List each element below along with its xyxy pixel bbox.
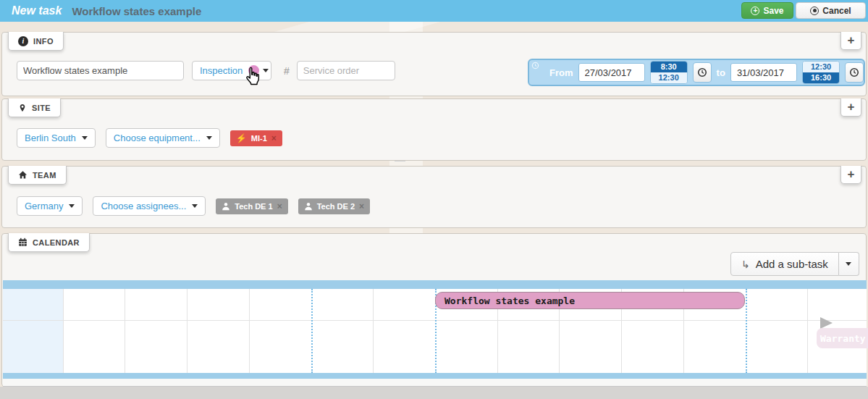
- subtask-arrow-icon: ↳: [741, 259, 750, 270]
- category-dropdown[interactable]: Inspection: [192, 61, 271, 80]
- person-icon: [304, 202, 313, 211]
- chevron-down-icon: [192, 204, 198, 208]
- info-icon: i: [18, 36, 28, 46]
- page-type-label: New task: [12, 4, 62, 17]
- lightning-icon: ⚡: [236, 133, 247, 143]
- remove-assignee-icon[interactable]: ×: [277, 201, 282, 211]
- from-time-end[interactable]: 12:30: [651, 72, 687, 83]
- from-time-selector: 8:30 12:30: [650, 61, 688, 84]
- grid-line: [63, 289, 64, 373]
- from-date-input[interactable]: [578, 63, 645, 82]
- assignee-tag[interactable]: Tech DE 1 ×: [216, 198, 287, 214]
- remove-equipment-icon[interactable]: ×: [271, 133, 277, 143]
- chevron-down-icon: [82, 136, 88, 140]
- person-icon: [222, 202, 230, 211]
- category-color-dot: [248, 65, 259, 76]
- to-label: to: [717, 67, 725, 78]
- add-subtask-button[interactable]: ↳ Add a sub-task: [730, 252, 839, 276]
- assignee-tag-label: Tech DE 1: [235, 202, 272, 211]
- non-working-day-column: [3, 289, 63, 373]
- from-time-start[interactable]: 8:30: [651, 62, 687, 72]
- cancel-label: Cancel: [822, 6, 851, 16]
- team-section: TEAM + Germany Choose assignees... Tech …: [1, 166, 867, 228]
- assignees-dropdown-label: Choose assignees...: [101, 201, 186, 211]
- clock-icon: [531, 62, 539, 70]
- equipment-tag[interactable]: ⚡ MI-1 ×: [230, 130, 282, 146]
- cancel-button[interactable]: Cancel: [796, 2, 866, 19]
- calendar-tab: CALENDAR: [8, 233, 90, 252]
- remove-assignee-icon[interactable]: ×: [359, 201, 364, 211]
- task-name-input[interactable]: [17, 61, 184, 80]
- info-tab: i INFO: [8, 32, 64, 51]
- team-tab-label: TEAM: [33, 171, 56, 180]
- site-tab-label: SITE: [32, 104, 51, 112]
- calendar-footer-strip: [3, 379, 867, 387]
- save-button[interactable]: Save: [741, 2, 793, 19]
- task-boundary-line: [746, 289, 747, 373]
- site-section: SITE + Berlin South Choose equipment... …: [1, 98, 867, 161]
- chevron-down-icon: [263, 69, 269, 72]
- from-label: From: [549, 67, 573, 78]
- info-section: i INFO + Inspection # From 8:30: [1, 32, 867, 96]
- site-add-button[interactable]: +: [840, 98, 861, 117]
- home-icon: [18, 170, 28, 180]
- number-prefix: #: [284, 65, 290, 77]
- chevron-down-icon: [69, 204, 75, 208]
- grid-line: [249, 289, 250, 373]
- assignee-tag-label: Tech DE 2: [317, 202, 355, 211]
- to-time-end[interactable]: 16:30: [803, 72, 839, 83]
- add-subtask-label: Add a sub-task: [756, 258, 828, 270]
- task-boundary-line: [311, 289, 313, 373]
- grid-line: [807, 289, 808, 373]
- calendar-bottom-bar: [3, 373, 867, 379]
- calendar-section: CALENDAR ↳ Add a sub-task Workflow state…: [1, 233, 867, 387]
- save-plus-icon: [751, 7, 759, 15]
- site-dropdown[interactable]: Berlin South: [17, 128, 96, 148]
- grid-line: [187, 289, 187, 373]
- header-bar: New task Workflow states example Save Ca…: [0, 0, 868, 22]
- add-subtask-caret-button[interactable]: [839, 252, 859, 276]
- site-tab: SITE: [8, 98, 61, 117]
- chevron-down-icon: [206, 136, 212, 140]
- to-time-picker-button[interactable]: [845, 62, 864, 83]
- cancel-icon: [810, 7, 819, 15]
- team-add-button[interactable]: +: [840, 166, 861, 184]
- warranty-marker-icon: [820, 317, 833, 329]
- calendar-top-bar: [3, 280, 867, 289]
- page-footer: [0, 387, 868, 399]
- warranty-label: Warranty: [817, 328, 868, 348]
- add-subtask-split-button[interactable]: ↳ Add a sub-task: [730, 252, 859, 276]
- to-time-start[interactable]: 12:30: [803, 62, 839, 72]
- equipment-dropdown[interactable]: Choose equipment...: [106, 128, 220, 148]
- calendar-tab-label: CALENDAR: [33, 238, 80, 247]
- team-dropdown[interactable]: Germany: [17, 196, 83, 216]
- calendar-icon: [18, 238, 28, 247]
- schedule-widget: From 8:30 12:30 to 12:30 16:30: [528, 59, 865, 86]
- site-row: Berlin South Choose equipment... ⚡ MI-1 …: [17, 128, 282, 148]
- new-task-page: New task Workflow states example Save Ca…: [0, 0, 868, 399]
- assignees-dropdown[interactable]: Choose assignees...: [93, 196, 206, 216]
- grid-line: [373, 289, 374, 373]
- chevron-down-icon: [846, 262, 851, 266]
- info-add-button[interactable]: +: [840, 32, 861, 50]
- assignee-tag[interactable]: Tech DE 2 ×: [298, 198, 370, 214]
- to-time-selector: 12:30 16:30: [802, 61, 840, 84]
- service-order-input[interactable]: [297, 61, 395, 80]
- info-tab-label: INFO: [33, 37, 54, 46]
- category-label: Inspection: [200, 65, 243, 76]
- map-pin-icon: [18, 103, 27, 113]
- site-dropdown-label: Berlin South: [25, 133, 76, 143]
- save-label: Save: [763, 6, 783, 16]
- info-row: Inspection #: [17, 61, 395, 80]
- team-dropdown-label: Germany: [25, 201, 63, 211]
- page-title: Workflow states example: [72, 5, 201, 17]
- equipment-dropdown-label: Choose equipment...: [114, 133, 201, 143]
- to-date-input[interactable]: [730, 63, 797, 82]
- from-time-picker-button[interactable]: [693, 62, 712, 83]
- team-row: Germany Choose assignees... Tech DE 1 × …: [17, 196, 370, 216]
- calendar-grid[interactable]: Workflow states example Warranty: [3, 289, 867, 373]
- team-tab: TEAM: [8, 166, 67, 185]
- grid-line: [125, 289, 125, 373]
- gantt-task-bar[interactable]: Workflow states example: [435, 292, 745, 309]
- equipment-tag-label: MI-1: [251, 134, 267, 143]
